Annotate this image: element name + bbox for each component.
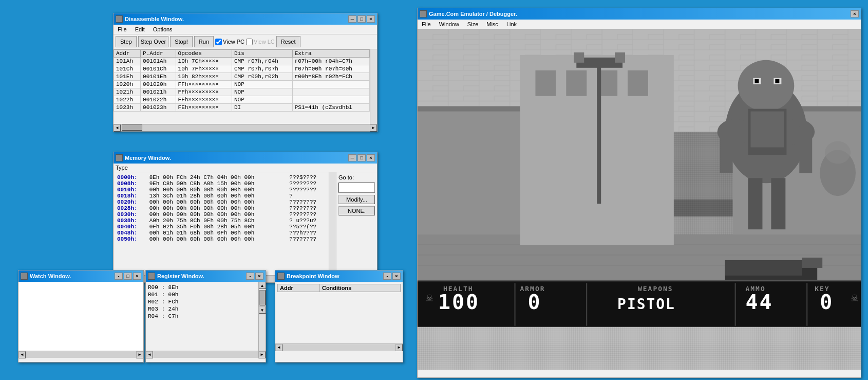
- run-button[interactable]: Run: [194, 36, 214, 47]
- register-close-btn[interactable]: ×: [255, 273, 263, 280]
- disasm-extra: r07h=00h r04h=C7h: [292, 58, 369, 65]
- watch-hscrollbar[interactable]: ◄ ►: [18, 351, 143, 358]
- table-row[interactable]: 1021h 001021h FFh××××××××× NOP: [114, 88, 377, 96]
- svg-text:100: 100: [438, 290, 480, 314]
- bp-hscroll-track[interactable]: [282, 344, 395, 351]
- list-item: 0028h: 00h 00h 00h 00h 00h 00h 00h 00h ?…: [116, 205, 327, 211]
- breakpoint-titlebar[interactable]: Breakpoint Window - ×: [275, 270, 403, 282]
- table-row[interactable]: 1023h 001023h FEh××××××××× DI PS1=41h (c…: [114, 104, 377, 112]
- watch-hscroll-track[interactable]: [26, 351, 136, 358]
- hscroll-track[interactable]: [121, 124, 370, 131]
- gamecom-titlebar[interactable]: Game.Com Emulator / Debugger. ×: [418, 8, 861, 20]
- bp-hscroll-left[interactable]: ◄: [275, 344, 282, 351]
- svg-rect-27: [720, 127, 733, 173]
- gamecom-menu-size[interactable]: Size: [465, 21, 480, 28]
- view-pc-checkbox[interactable]: [215, 39, 222, 45]
- stop-button[interactable]: Stop!: [170, 36, 193, 47]
- disassemble-minimize-btn[interactable]: ─: [348, 15, 356, 23]
- register-hscrollbar[interactable]: ◄ ►: [146, 351, 266, 358]
- disassemble-menu-file[interactable]: File: [116, 26, 129, 33]
- reset-button[interactable]: Reset: [276, 36, 300, 47]
- mem-addr: 0048h:: [116, 230, 145, 236]
- mem-bytes: 8Eh 00h FCh 24h C7h 04h 00h 00h: [145, 174, 286, 180]
- reg-hscroll-track[interactable]: [153, 351, 258, 358]
- modify-button[interactable]: Modify...: [338, 195, 375, 204]
- disassemble-maximize-btn[interactable]: □: [357, 15, 366, 23]
- none-button[interactable]: NONE.: [338, 206, 375, 215]
- disasm-opcodes: FFh×××××××××: [176, 81, 232, 88]
- svg-rect-32: [750, 112, 784, 148]
- list-item: R02 : FCh: [148, 298, 256, 305]
- reg-hscroll-right[interactable]: ►: [258, 351, 266, 358]
- watch-hscroll-left[interactable]: ◄: [18, 351, 26, 358]
- view-lc-checkbox[interactable]: [246, 39, 253, 45]
- bp-col-conditions: Conditions: [319, 284, 400, 292]
- svg-text:☠: ☠: [425, 293, 433, 303]
- watch-close-btn[interactable]: ×: [133, 273, 141, 280]
- disassemble-close-btn[interactable]: ×: [367, 15, 375, 23]
- svg-text:PISTOL: PISTOL: [617, 296, 675, 313]
- bp-hscroll-right[interactable]: ►: [395, 344, 403, 351]
- svg-rect-28: [799, 127, 812, 173]
- disassemble-window: Disassemble Window. ─ □ × File Edit Opti…: [113, 13, 378, 132]
- table-row[interactable]: 101Ch 00101Ch 10h 7Fh××××× CMP r07h,r07h…: [114, 65, 377, 73]
- mem-bytes: 9Eh C8h 00h C8h A0h 15h 00h 00h: [145, 180, 286, 187]
- step-button[interactable]: Step: [116, 36, 137, 47]
- memory-vscrollbar[interactable]: [329, 172, 336, 275]
- svg-rect-18: [615, 52, 625, 63]
- mem-bytes: 00h 00h 00h 00h 00h 00h 00h 00h: [145, 199, 286, 205]
- breakpoint-hscrollbar[interactable]: ◄ ►: [275, 343, 403, 351]
- memory-titlebar[interactable]: Memory Window. ─ □ ×: [114, 152, 377, 164]
- breakpoint-close-btn[interactable]: ×: [392, 273, 401, 280]
- reg-scroll-down[interactable]: ▼: [259, 306, 266, 314]
- table-row[interactable]: 1022h 001022h FFh××××××××× NOP: [114, 96, 377, 104]
- disassemble-scrollbar[interactable]: [370, 49, 377, 124]
- reg-scroll-thumb[interactable]: [259, 290, 266, 305]
- reg-scroll-up[interactable]: ▲: [259, 282, 266, 289]
- register-titlebar[interactable]: Register Window. - ×: [146, 270, 266, 282]
- disassemble-titlebar[interactable]: Disassemble Window. ─ □ ×: [114, 13, 377, 25]
- memory-minimize-btn[interactable]: ─: [348, 154, 356, 161]
- disassemble-hscrollbar[interactable]: ◄ ►: [114, 124, 377, 131]
- gamecom-menu-link[interactable]: Link: [504, 21, 519, 28]
- hscroll-left-arrow[interactable]: ◄: [114, 124, 121, 132]
- mem-addr: 0038h:: [116, 218, 145, 224]
- breakpoint-minimize-btn[interactable]: -: [383, 273, 391, 280]
- disasm-paddr: 001021h: [141, 88, 176, 96]
- mem-chars: ????????: [285, 180, 327, 187]
- watch-minimize-btn[interactable]: -: [115, 273, 123, 280]
- table-row[interactable]: 1020h 001020h FFh××××××××× NOP: [114, 81, 377, 88]
- memory-maximize-btn[interactable]: □: [357, 154, 366, 161]
- gamecom-menu-misc[interactable]: Misc: [484, 21, 500, 28]
- list-item: R04 : C7h: [148, 313, 256, 320]
- register-icon: [148, 273, 155, 280]
- hscroll-right-arrow[interactable]: ►: [370, 124, 377, 132]
- memory-table: 0000h: 8Eh 00h FCh 24h C7h 04h 00h 00h ?…: [116, 174, 327, 242]
- svg-rect-30: [771, 178, 785, 229]
- watch-maximize-btn[interactable]: □: [124, 273, 132, 280]
- gamecom-close-btn[interactable]: ×: [851, 10, 859, 17]
- goto-input[interactable]: [338, 183, 375, 193]
- table-row[interactable]: 101Ah 00101Ah 10h 7Ch××××× CMP r07h,r04h…: [114, 58, 377, 65]
- mem-addr: 0040h:: [116, 224, 145, 230]
- disasm-col-extra: Extra: [292, 50, 369, 58]
- memory-close-btn[interactable]: ×: [367, 154, 375, 161]
- hscroll-thumb[interactable]: [122, 124, 142, 131]
- register-scrollbar[interactable]: ▲ ▼: [258, 282, 266, 351]
- disassemble-window-buttons: ─ □ ×: [348, 15, 375, 23]
- svg-rect-36: [725, 260, 802, 276]
- gamecom-menu-window[interactable]: Window: [437, 21, 461, 28]
- table-row[interactable]: 101Eh 00101Eh 10h 82h××××× CMP r00h,r02h…: [114, 73, 377, 81]
- gamecom-menu-file[interactable]: File: [420, 21, 433, 28]
- reg-hscroll-left[interactable]: ◄: [146, 351, 153, 358]
- step-over-button[interactable]: Step Over: [138, 36, 169, 47]
- watch-hscroll-right[interactable]: ►: [136, 351, 143, 358]
- register-minimize-btn[interactable]: -: [246, 273, 254, 280]
- disasm-paddr: 00101Ch: [141, 65, 176, 73]
- disassemble-menu-options[interactable]: Options: [151, 26, 175, 33]
- disasm-opcodes: 10h 7Fh×××××: [176, 65, 232, 73]
- watch-titlebar[interactable]: Watch Window. - □ ×: [18, 270, 143, 282]
- disassemble-menu-edit[interactable]: Edit: [133, 26, 147, 33]
- list-item: R00 : 8Eh: [148, 284, 256, 291]
- svg-text:0: 0: [820, 290, 832, 314]
